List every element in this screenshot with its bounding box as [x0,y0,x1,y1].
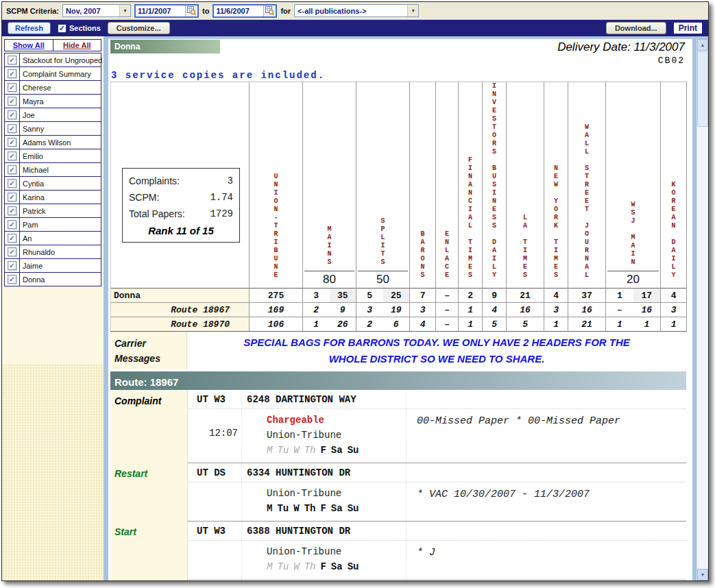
publication-dropdown[interactable]: <-all publications-> ▼ [294,4,419,17]
sidebar-item[interactable]: ✓Emilio [4,149,101,163]
publication-code: UT DS [188,467,241,478]
checkbox[interactable]: ✓ [8,151,16,160]
day-token: M [267,561,272,572]
checkbox[interactable]: ✓ [8,138,16,147]
column-header: LA TIMES [507,82,544,289]
sidebar-item[interactable]: ✓Adams Wilson [4,135,101,149]
total-papers-link[interactable]: 275 [250,289,303,303]
checkbox[interactable]: ✓ [8,234,16,243]
checkbox[interactable]: ✓ [8,124,16,133]
table-row: Route 18970 106 1 26 2 6 4 – 1 5 5 1 21 … [111,317,687,332]
hide-all-link[interactable]: Hide All [53,40,101,51]
sidebar-item[interactable]: ✓Michael [4,162,101,177]
detail-entry-start-2: WS SA 2582 DOGWOOD RD Wall Street Journa… [110,579,686,580]
service-note: 3 service copies are included. [111,70,325,81]
chevron-down-icon[interactable]: ▼ [407,5,418,16]
rank-text: Rank 11 of 15 [129,222,233,238]
stats-box: Complaints:3 SCPM:1.74 Total Papers:1729… [122,168,240,243]
sidebar-texture [2,364,104,580]
day-token: Th [304,503,316,514]
sidebar-item[interactable]: ✓Joe [4,108,101,122]
detail-entry-complaint: Complaint UT W3 6248 DARTINGTON WAY 12:0… [110,390,686,463]
checkbox[interactable]: ✓ [8,165,16,174]
month-dropdown[interactable]: Nov, 2007 ▼ [62,4,131,17]
sidebar-item[interactable]: ✓Cherese [4,80,101,95]
day-token: F [320,561,326,572]
group-total: 80 [323,271,336,288]
to-label: to [202,7,209,15]
checkbox[interactable]: ✓ [8,110,16,119]
date-from-value[interactable]: 11/1/2007 [136,7,185,15]
day-token: Th [304,561,316,572]
checkbox[interactable]: ✓ [8,97,16,106]
checkbox[interactable]: ✓ [8,193,16,201]
checkbox[interactable]: ✓ [8,56,16,64]
checkbox[interactable]: ✓ [8,220,16,229]
sidebar-item[interactable]: ✓An [4,231,101,245]
sidebar-item[interactable]: ✓Rhunaldo [4,245,101,259]
route-detail-section: Complaint UT W3 6248 DARTINGTON WAY 12:0… [110,390,686,580]
carrier-messages-label: Carrier Messages [110,332,187,369]
download-button[interactable]: Download... [606,22,666,34]
month-value: Nov, 2007 [63,7,119,15]
sidebar-item[interactable]: ✓Cyntia [4,176,101,191]
criteria-bar: SCPM Criteria: Nov, 2007 ▼ 11/1/2007 to … [2,2,708,20]
checkbox[interactable]: ✓ [8,69,16,78]
day-token: W [293,561,299,572]
publication-code: UT W3 [188,394,241,405]
delivery-days: MTuWThFSaSu [267,501,406,516]
vertical-scrollbar[interactable]: ▲ ▼ [696,39,708,580]
checkbox[interactable]: ✓ [8,261,16,270]
date-to-value[interactable]: 11/6/2007 [214,7,263,15]
address: 2582 DOGWOOD RD [241,580,406,580]
column-header: UNION-TRIBUNE [250,82,303,289]
sidebar: Show All Hide All ✓Stackout for Ungroupe… [2,36,104,580]
sidebar-item[interactable]: ✓Karina [4,190,101,204]
checkbox[interactable]: ✓ [8,83,16,92]
sidebar-item[interactable]: ✓Pam [4,217,101,232]
checkbox[interactable]: ✓ [8,275,16,284]
entry-label: Complaint [110,390,187,463]
refresh-button[interactable]: Refresh [8,22,51,34]
route-papers-link[interactable]: 169 [250,303,303,317]
sidebar-item[interactable]: ✓Patrick [4,204,101,218]
day-token: Su [348,445,359,456]
column-header: ENLACE [436,82,459,289]
column-header-group: WSJ MAIN20 [606,82,661,289]
complaint-time: 12:07 [188,409,241,463]
column-header: BARONS [410,82,436,289]
scroll-down-button[interactable]: ▼ [697,569,708,580]
show-all-link[interactable]: Show All [5,40,53,51]
delivery-days: MTuWThFSaSu [267,559,406,574]
total-papers-value: 1729 [210,206,233,222]
date-to-field[interactable]: 11/6/2007 [213,4,277,18]
calendar-lookup-icon[interactable] [185,5,197,16]
complaints-label: Complaints: [129,173,180,189]
sidebar-item[interactable]: ✓Donna [4,272,101,286]
scpm-value: 1.74 [210,189,233,206]
chevron-down-icon[interactable]: ▼ [119,5,130,16]
column-header: FINANCIAL TIMES [459,82,483,289]
checkbox[interactable]: ✓ [8,179,16,188]
sections-checkbox[interactable]: ✓ [58,24,66,33]
print-button[interactable]: Print [673,22,703,34]
day-token: F [320,445,326,456]
column-header: WALL STREET JOURNAL [568,82,606,289]
sidebar-item[interactable]: ✓Mayra [4,94,101,108]
scrollbar-thumb[interactable] [697,51,708,127]
customize-button[interactable]: Customize... [108,22,170,34]
scroll-up-button[interactable]: ▲ [697,39,708,51]
sections-label: Sections [69,24,101,32]
checkbox[interactable]: ✓ [8,247,16,256]
sidebar-item[interactable]: ✓Complaint Summary [4,66,101,81]
complaints-value: 3 [228,173,233,189]
checkbox[interactable]: ✓ [8,206,16,215]
entry-message: 00-Missed Paper * 00-Missed Paper [406,409,686,463]
date-from-field[interactable]: 11/1/2007 [134,4,199,18]
sidebar-divider [104,36,108,580]
sidebar-item[interactable]: ✓Sanny [4,121,101,136]
calendar-lookup-icon[interactable] [263,5,276,16]
group-total: 50 [376,271,389,288]
sidebar-item[interactable]: ✓Stackout for Ungrouped [4,53,101,67]
sidebar-item[interactable]: ✓Jaime [4,258,101,273]
